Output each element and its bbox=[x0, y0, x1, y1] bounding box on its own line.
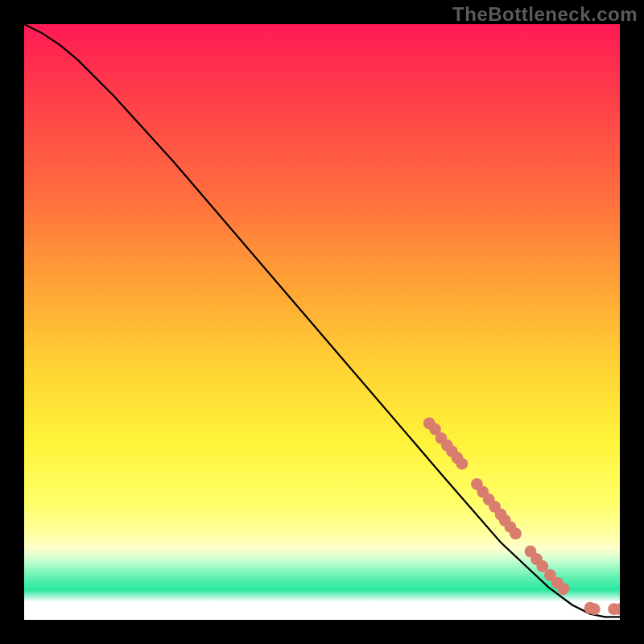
plot-svg bbox=[24, 24, 620, 620]
chart-frame: TheBottleneck.com bbox=[0, 0, 644, 644]
data-marker bbox=[456, 458, 469, 470]
data-marker bbox=[588, 603, 601, 615]
curve-line bbox=[24, 24, 620, 617]
data-marker bbox=[510, 527, 522, 539]
watermark-text: TheBottleneck.com bbox=[452, 3, 638, 26]
data-marker bbox=[557, 583, 569, 595]
marker-group bbox=[423, 417, 620, 615]
